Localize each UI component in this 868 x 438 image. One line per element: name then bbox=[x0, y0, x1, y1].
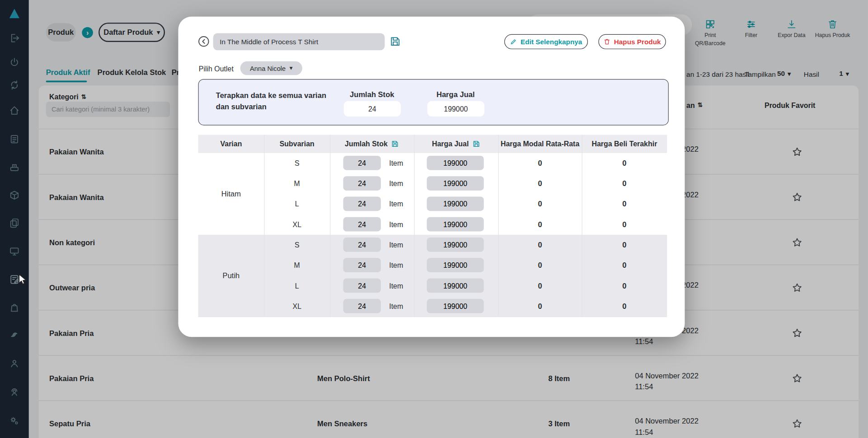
price-input[interactable] bbox=[427, 196, 484, 211]
header-subvariant: Subvarian bbox=[264, 135, 330, 153]
header-price: Harga Jual bbox=[414, 135, 498, 153]
last-buy-value: 0 bbox=[582, 214, 667, 235]
delete-product-button[interactable]: Hapus Produk bbox=[598, 34, 666, 49]
outlet-select[interactable]: Anna Nicole ▾ bbox=[240, 61, 302, 75]
stock-input[interactable] bbox=[343, 196, 381, 211]
back-button[interactable] bbox=[197, 35, 210, 48]
stock-input[interactable] bbox=[343, 176, 381, 191]
unit-label: Item bbox=[389, 214, 403, 235]
mouse-cursor-icon bbox=[17, 273, 29, 285]
avg-cost-value: 0 bbox=[498, 235, 582, 255]
save-product-name-button[interactable] bbox=[389, 35, 401, 47]
outlet-value: Anna Nicole bbox=[250, 65, 286, 72]
stock-input[interactable] bbox=[343, 156, 381, 170]
last-buy-value: 0 bbox=[582, 153, 667, 173]
product-name-input[interactable] bbox=[213, 33, 385, 50]
subvariant-label: S bbox=[264, 153, 330, 173]
header-avg-cost: Harga Modal Rata-Rata bbox=[498, 135, 582, 153]
variant-row: XL Item 0 0 bbox=[198, 296, 667, 317]
app-root: Produk › Daftar Produk ▾ Produk Aktif Pr… bbox=[0, 0, 868, 438]
apply-to-all-panel: Terapkan data ke semua varian dan subvar… bbox=[198, 79, 669, 126]
unit-label: Item bbox=[389, 153, 403, 173]
stock-label: Jumlah Stok bbox=[337, 91, 407, 99]
variant-table: Varian Subvarian Jumlah Stok Harga Jual … bbox=[198, 135, 667, 317]
last-buy-value: 0 bbox=[582, 173, 667, 194]
header-variant: Varian bbox=[198, 135, 264, 153]
unit-label: Item bbox=[389, 235, 403, 255]
variant-table-bottom-border bbox=[198, 317, 667, 317]
price-input[interactable] bbox=[427, 238, 484, 252]
avg-cost-value: 0 bbox=[498, 173, 582, 194]
variant-row: XL Item 0 0 bbox=[198, 214, 667, 235]
avg-cost-value: 0 bbox=[498, 153, 582, 173]
price-input[interactable] bbox=[427, 258, 484, 272]
avg-cost-value: 0 bbox=[498, 194, 582, 214]
unit-label: Item bbox=[389, 173, 403, 194]
edit-more-label: Edit Selengkapnya bbox=[521, 38, 582, 46]
subvariant-label: M bbox=[264, 255, 330, 275]
price-input[interactable] bbox=[427, 299, 484, 313]
price-input[interactable] bbox=[427, 217, 484, 232]
subvariant-label: L bbox=[264, 275, 330, 296]
apply-stock-input[interactable] bbox=[344, 101, 401, 116]
save-price-column-icon[interactable] bbox=[472, 140, 480, 148]
header-stock-label: Jumlah Stok bbox=[345, 140, 388, 148]
edit-more-button[interactable]: Edit Selengkapnya bbox=[504, 34, 588, 49]
variant-row: S Item 0 0 bbox=[198, 235, 667, 255]
last-buy-value: 0 bbox=[582, 255, 667, 275]
stock-input[interactable] bbox=[343, 258, 381, 272]
avg-cost-value: 0 bbox=[498, 296, 582, 317]
subvariant-label: L bbox=[264, 194, 330, 214]
stock-input[interactable] bbox=[343, 299, 381, 313]
last-buy-value: 0 bbox=[582, 235, 667, 255]
avg-cost-value: 0 bbox=[498, 214, 582, 235]
unit-label: Item bbox=[389, 194, 403, 214]
apply-text-line2: dan subvarian bbox=[216, 103, 267, 111]
stock-input[interactable] bbox=[343, 278, 381, 293]
avg-cost-value: 0 bbox=[498, 255, 582, 275]
subvariant-label: S bbox=[264, 235, 330, 255]
price-label: Harga Jual bbox=[421, 91, 490, 99]
last-buy-value: 0 bbox=[582, 194, 667, 214]
variant-row: S Item 0 0 bbox=[198, 153, 667, 173]
apply-price-input[interactable] bbox=[427, 101, 484, 116]
header-last-buy: Harga Beli Terakhir bbox=[582, 135, 667, 153]
unit-label: Item bbox=[389, 255, 403, 275]
variant-row: L Item 0 0 bbox=[198, 194, 667, 214]
variant-row: M Item 0 0 bbox=[198, 255, 667, 275]
subvariant-label: M bbox=[264, 173, 330, 194]
price-input[interactable] bbox=[427, 176, 484, 191]
subvariant-label: XL bbox=[264, 296, 330, 317]
save-stock-column-icon[interactable] bbox=[391, 140, 399, 148]
price-input[interactable] bbox=[427, 278, 484, 293]
header-stock: Jumlah Stok bbox=[330, 135, 414, 153]
price-input[interactable] bbox=[427, 156, 484, 170]
unit-label: Item bbox=[389, 275, 403, 296]
last-buy-value: 0 bbox=[582, 296, 667, 317]
stock-input[interactable] bbox=[343, 238, 381, 252]
apply-text-line1: Terapkan data ke semua varian bbox=[216, 91, 326, 99]
unit-label: Item bbox=[389, 296, 403, 317]
avg-cost-value: 0 bbox=[498, 275, 582, 296]
chevron-down-icon: ▾ bbox=[290, 65, 293, 72]
variant-row: M Item 0 0 bbox=[198, 173, 667, 194]
product-quick-edit-modal: Edit Selengkapnya Hapus Produk Pilih Out… bbox=[178, 17, 685, 337]
header-price-label: Harga Jual bbox=[432, 140, 469, 148]
variant-row: L Item 0 0 bbox=[198, 275, 667, 296]
subvariant-label: XL bbox=[264, 214, 330, 235]
outlet-label: Pilih Outlet bbox=[199, 65, 234, 73]
delete-product-label: Hapus Produk bbox=[614, 38, 661, 46]
stock-input[interactable] bbox=[343, 217, 381, 232]
last-buy-value: 0 bbox=[582, 275, 667, 296]
